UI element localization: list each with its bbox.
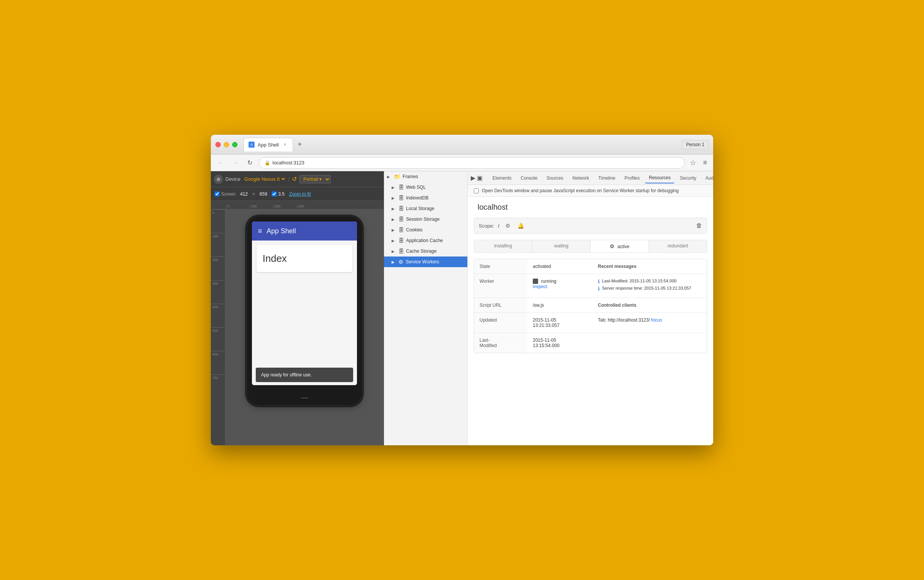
tab-area: A App Shell × + xyxy=(244,138,682,152)
tab-resources[interactable]: Resources xyxy=(645,173,674,183)
mac-window: A App Shell × + Person 1 ← → ↻ 🔒 localho… xyxy=(211,135,713,445)
sidebar-item-session-storage[interactable]: ▶ 🗄 Session Storage xyxy=(384,214,467,224)
sidebar-item-cookies[interactable]: ▶ 🗄 Cookies xyxy=(384,224,467,235)
orientation-selector[interactable]: Portrait ▾ xyxy=(299,175,331,183)
expand-arrow-service-workers: ▶ xyxy=(392,260,396,264)
updated-time: 13:21:33.057 xyxy=(533,323,559,328)
sw-host-title: localhost xyxy=(474,203,707,212)
mobile-device-icon[interactable]: ▣ xyxy=(477,173,483,183)
phone-container: ≡ App Shell Index App ready for offline … xyxy=(225,209,384,445)
sw-tab-active[interactable]: ⚙ active xyxy=(591,240,649,252)
ruler-marks: 0 150 300 450 xyxy=(226,204,320,208)
sw-tab-redundant[interactable]: redundant xyxy=(649,240,707,252)
sw-debug-label: Open DevTools window and pause JavaScrip… xyxy=(482,188,679,193)
sw-delete-icon[interactable]: 🗑 xyxy=(696,222,702,229)
tab-sources[interactable]: Sources xyxy=(543,173,567,183)
screen-height: 659 xyxy=(260,191,267,197)
sw-settings-icon[interactable]: ⚙ xyxy=(503,221,512,230)
device-selector[interactable]: Google Nexus 6 xyxy=(243,176,286,182)
sidebar-item-service-workers[interactable]: ▶ ⚙ Service Workers xyxy=(384,257,467,267)
minimize-traffic-light[interactable] xyxy=(224,142,229,147)
expand-arrow-cache-storage: ▶ xyxy=(392,249,396,254)
session-storage-label: Session Storage xyxy=(406,217,440,222)
sidebar-item-local-storage[interactable]: ▶ 🗄 Local Storage xyxy=(384,203,467,214)
worker-stop-button[interactable] xyxy=(533,278,538,284)
client-focus-link[interactable]: focus xyxy=(651,317,662,323)
close-traffic-light[interactable] xyxy=(216,142,221,147)
last-modified-date: 2015-11-05 xyxy=(533,338,556,343)
sw-status-tabs: installing waiting ⚙ active redundant xyxy=(474,240,707,253)
refresh-button[interactable]: ↻ xyxy=(244,158,255,168)
worker-inspect-link[interactable]: inspect xyxy=(533,284,547,289)
cursor-tool-icon[interactable]: ▶ xyxy=(471,173,475,183)
scope-value: / xyxy=(498,223,499,229)
tab-network[interactable]: Network xyxy=(568,173,593,183)
ruler-mark-v400: 400 xyxy=(211,304,225,327)
websql-label: Web SQL xyxy=(406,185,426,190)
sw-details-grid: State activated Recent messages Worker r… xyxy=(474,259,707,353)
device-label: Device xyxy=(225,176,240,182)
cache-storage-label: Cache Storage xyxy=(406,249,436,254)
cache-storage-icon: 🗄 xyxy=(399,248,404,254)
address-input[interactable]: 🔒 localhost:3123 xyxy=(259,157,685,169)
maximize-traffic-light[interactable] xyxy=(232,142,237,147)
client-tab-text: Tab: http://localhost:3123/ xyxy=(598,317,650,323)
url-text: localhost:3123 xyxy=(272,160,305,166)
device-panel: ⊘ Device Google Nexus 6 | ↺ Portrait ▾ S… xyxy=(211,171,384,445)
recent-messages-title: Recent messages xyxy=(598,264,636,269)
tab-close-button[interactable]: × xyxy=(282,142,288,148)
state-label: State xyxy=(474,259,527,274)
tab-audits[interactable]: Audits xyxy=(702,173,713,183)
sidebar-item-websql[interactable]: ▶ 🗄 Web SQL xyxy=(384,182,467,193)
browser-tab[interactable]: A App Shell × xyxy=(244,138,293,152)
service-workers-icon: ⚙ xyxy=(399,259,404,265)
worker-label: Worker xyxy=(474,274,527,298)
expand-arrow-cookies: ▶ xyxy=(392,228,396,232)
indexeddb-icon: 🗄 xyxy=(399,195,404,201)
sw-header-bar: Open DevTools window and pause JavaScrip… xyxy=(468,185,713,197)
tab-timeline[interactable]: Timeline xyxy=(595,173,619,183)
sw-content: localhost Scope: / ⚙ 🔔 🗑 installing wait… xyxy=(468,197,713,445)
sidebar-item-frames[interactable]: ▶ 📁 Frames xyxy=(384,171,467,182)
ruler-mark-v100: 100 xyxy=(211,233,225,257)
device-refresh-icon[interactable]: ↺ xyxy=(292,175,297,183)
worker-status: running xyxy=(533,278,587,284)
toast-notification: App ready for offline use. xyxy=(256,367,353,382)
tab-console[interactable]: Console xyxy=(517,173,541,183)
sidebar-item-application-cache[interactable]: ▶ 🗄 Application Cache xyxy=(384,235,467,246)
menu-icon[interactable]: ≡ xyxy=(702,157,708,168)
state-value: activated xyxy=(527,259,593,274)
profile-button[interactable]: Person 1 xyxy=(682,140,708,149)
sidebar-item-cache-storage[interactable]: ▶ 🗄 Cache Storage xyxy=(384,246,467,257)
sw-debug-checkbox[interactable] xyxy=(474,188,479,193)
expand-arrow-application-cache: ▶ xyxy=(392,239,396,243)
indexeddb-label: IndexedDB xyxy=(406,195,428,201)
sw-notify-icon[interactable]: 🔔 xyxy=(516,221,525,230)
device-viewport: 0 100 200 300 400 500 600 750 ≡ App Shel… xyxy=(211,209,384,445)
zoom-to-fit-button[interactable]: Zoom to fit xyxy=(289,191,311,197)
last-modified-value: 2015-11-05 13:15:54.000 xyxy=(527,333,593,353)
tab-elements[interactable]: Elements xyxy=(489,173,515,183)
new-tab-button[interactable]: + xyxy=(295,139,305,150)
msg-icon-1: ℹ xyxy=(598,278,600,284)
hamburger-icon: ≡ xyxy=(258,227,262,235)
expand-arrow-indexeddb: ▶ xyxy=(392,196,396,200)
back-button[interactable]: ← xyxy=(216,158,226,168)
sw-tab-installing[interactable]: installing xyxy=(474,240,532,252)
ruler-row: 0 150 300 450 xyxy=(211,201,384,209)
tab-profiles[interactable]: Profiles xyxy=(621,173,644,183)
ruler-mark-v700: 750 xyxy=(211,374,225,398)
app-content: Index xyxy=(252,241,357,385)
forward-button[interactable]: → xyxy=(230,158,240,168)
app-title: App Shell xyxy=(267,227,296,235)
tab-title: App Shell xyxy=(258,142,279,148)
tab-security[interactable]: Security xyxy=(676,173,700,183)
sw-tab-waiting[interactable]: waiting xyxy=(532,240,591,252)
sidebar-item-indexeddb[interactable]: ▶ 🗄 IndexedDB xyxy=(384,193,467,203)
screen-checkbox[interactable] xyxy=(215,191,219,196)
bookmark-icon[interactable]: ☆ xyxy=(688,157,698,169)
ruler-mark-v300: 300 xyxy=(211,280,225,304)
zoom-checkbox[interactable] xyxy=(272,191,277,196)
msg-icon-2: ℹ xyxy=(598,286,600,292)
main-panel: ▶ ▣ Elements Console Sources Network Tim… xyxy=(468,171,713,445)
